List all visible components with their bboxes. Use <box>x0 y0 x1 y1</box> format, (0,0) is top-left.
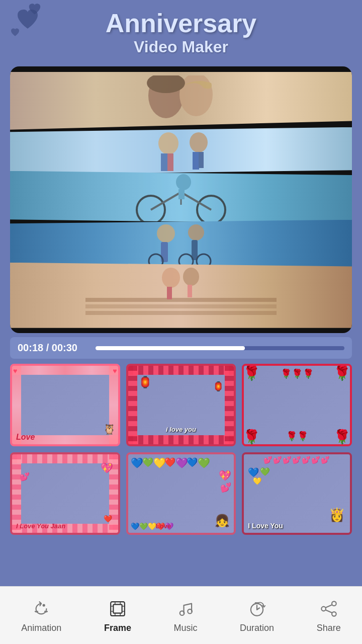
svg-rect-24 <box>85 304 277 308</box>
frame-item-2[interactable]: 🏮 🏮 i love you <box>126 364 236 446</box>
svg-point-30 <box>43 604 45 606</box>
video-strip-3 <box>10 171 352 224</box>
svg-point-28 <box>183 268 199 286</box>
svg-rect-15 <box>178 189 185 199</box>
frame-item-6[interactable]: 💕💕💕💕💕💕💕 💙 💚 💛 👸 I Love You <box>242 452 352 535</box>
nav-label-animation: Animation <box>21 623 61 633</box>
svg-rect-23 <box>85 298 277 302</box>
frame-label-2: i love you <box>166 426 196 433</box>
frame-label-6: I Love You <box>248 522 283 530</box>
bottom-nav: Animation Frame Music <box>0 586 362 644</box>
svg-point-22 <box>197 254 211 266</box>
app-title: Anniversary <box>5 9 357 38</box>
svg-rect-8 <box>199 152 204 168</box>
heart-decor-3 <box>10 28 20 40</box>
nav-item-share[interactable]: Share <box>309 594 348 637</box>
video-strip-2 <box>10 127 352 175</box>
svg-line-39 <box>326 605 332 607</box>
nav-label-duration: Duration <box>240 623 274 633</box>
svg-point-16 <box>157 224 175 243</box>
svg-rect-29 <box>188 285 192 297</box>
frames-grid: ♥ ♥ 🦉 Love 🏮 🏮 i love you <box>10 364 352 535</box>
svg-point-3 <box>158 132 178 154</box>
frame-item-5[interactable]: 💙 💚 💛 ❤️ 💜 💙 💚 💖 💕 💙💚💛❤️💜 👧 Love <box>126 452 236 535</box>
nav-label-frame: Frame <box>104 623 131 633</box>
nav-item-animation[interactable]: Animation <box>14 594 69 637</box>
time-display: 00:18 / 00:30 <box>18 342 88 354</box>
video-preview <box>10 66 352 333</box>
svg-rect-5 <box>167 153 173 171</box>
svg-rect-27 <box>167 287 172 299</box>
nav-label-music: Music <box>173 623 197 633</box>
frame-item-4[interactable]: 💖 💕 ❤️ I Love You Jaan <box>10 452 120 535</box>
duration-icon <box>246 598 268 620</box>
nav-item-music[interactable]: Music <box>166 594 205 637</box>
svg-line-11 <box>151 192 181 210</box>
nav-item-frame[interactable]: Frame <box>97 594 139 637</box>
progress-bar[interactable] <box>96 346 344 350</box>
svg-point-14 <box>176 174 191 190</box>
svg-point-21 <box>179 254 193 266</box>
svg-point-18 <box>188 224 204 240</box>
app-subtitle: Video Maker <box>5 38 357 56</box>
frame-item-1[interactable]: ♥ ♥ 🦉 Love <box>10 364 120 446</box>
nav-label-share: Share <box>317 623 341 633</box>
nav-item-duration[interactable]: Duration <box>232 594 282 637</box>
svg-rect-32 <box>113 604 122 613</box>
progress-container: 00:18 / 00:30 <box>10 337 352 359</box>
svg-point-37 <box>321 606 326 611</box>
video-strips <box>10 66 352 333</box>
svg-point-38 <box>332 612 336 616</box>
video-strip-4 <box>10 220 352 268</box>
frame-icon <box>107 598 129 620</box>
frame-label-5: Love <box>156 522 171 530</box>
frame-label-4: I Love You Jaan <box>16 522 65 530</box>
svg-line-12 <box>181 192 211 210</box>
progress-bar-fill <box>96 346 245 350</box>
frame-item-3[interactable]: 🌹 🌹 🌹 🌹 🌹🌹🌹 🌹🌹 <box>242 364 352 446</box>
svg-point-6 <box>190 132 208 152</box>
app-header: Anniversary Video Maker <box>0 0 362 61</box>
svg-rect-7 <box>193 152 199 170</box>
svg-rect-4 <box>161 153 168 171</box>
svg-line-40 <box>326 610 332 612</box>
share-icon <box>318 598 340 620</box>
video-strip-1 <box>10 72 352 130</box>
video-strip-5 <box>10 263 352 328</box>
heart-decor-2 <box>28 3 42 19</box>
frame-label-1: Love <box>16 433 35 442</box>
animation-icon <box>30 598 52 620</box>
music-icon <box>174 598 197 620</box>
svg-rect-25 <box>85 311 277 315</box>
svg-point-26 <box>162 268 180 288</box>
svg-point-36 <box>332 601 336 606</box>
